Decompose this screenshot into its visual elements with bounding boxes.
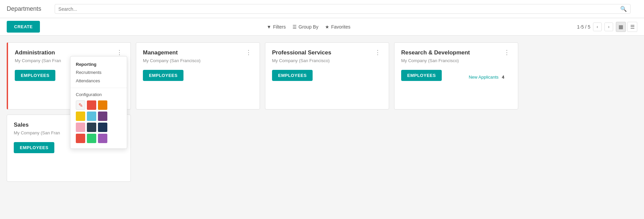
card-header: Administration ⋮ — [15, 49, 124, 56]
card-menu-button[interactable]: ⋮ — [502, 49, 511, 55]
color-green[interactable] — [87, 134, 96, 143]
color-bright-red[interactable] — [76, 134, 85, 143]
context-menu: Reporting Recruitments Attendances Confi… — [70, 56, 127, 149]
card-subtitle: My Company (San Francisco) — [401, 58, 511, 63]
employees-button[interactable]: EMPLOYEES — [14, 142, 54, 153]
color-yellow[interactable] — [76, 112, 85, 121]
pagination-area: 1-5 / 5 ‹ › ▦ ☰ — [577, 22, 637, 32]
filter-bar: ▼ Filters ☰ Group By ★ Favorites — [43, 24, 574, 30]
menu-recruitments[interactable]: Recruitments — [70, 68, 127, 77]
groupby-icon: ☰ — [292, 24, 297, 30]
color-violet[interactable] — [98, 134, 107, 143]
menu-reporting-title: Reporting — [70, 60, 127, 68]
color-grid: ✎ — [70, 98, 127, 145]
card-header: Professional Services ⋮ — [272, 49, 382, 56]
favorites-button[interactable]: ★ Favorites — [325, 24, 351, 30]
card-title: Professional Services — [272, 49, 331, 56]
dept-card-research-development: Research & Development ⋮ My Company (San… — [394, 42, 518, 110]
search-input[interactable] — [58, 6, 620, 12]
card-header: Management ⋮ — [143, 49, 253, 56]
card-subtitle: My Company (San Francisco) — [143, 58, 253, 63]
dept-card-management: Management ⋮ My Company (San Francisco) … — [136, 42, 260, 110]
top-bar: Departments 🔍 — [0, 0, 644, 18]
card-subtitle: My Company (San Francisco) — [272, 58, 382, 63]
card-menu-button[interactable]: ⋮ — [115, 49, 124, 55]
card-menu-button[interactable]: ⋮ — [373, 49, 382, 55]
employees-button[interactable]: EMPLOYEES — [401, 70, 442, 81]
card-menu-button[interactable]: ⋮ — [244, 49, 253, 55]
groupby-button[interactable]: ☰ Group By — [292, 24, 318, 30]
dept-card-administration: Administration ⋮ My Company (San Fran EM… — [7, 42, 131, 110]
color-dark-navy[interactable] — [87, 123, 96, 132]
color-lightblue[interactable] — [87, 112, 96, 121]
prev-page-button[interactable]: ‹ — [593, 23, 602, 31]
color-pink[interactable] — [76, 123, 85, 132]
card-title: Research & Development — [401, 49, 470, 56]
color-orange[interactable] — [98, 100, 107, 110]
new-applicants-count: 4 — [502, 75, 504, 80]
menu-attendances[interactable]: Attendances — [70, 77, 127, 85]
color-red[interactable] — [87, 100, 96, 110]
create-button[interactable]: CREATE — [7, 21, 40, 33]
color-navy[interactable] — [98, 123, 107, 132]
main-content: Administration ⋮ My Company (San Fran EM… — [0, 36, 644, 188]
page-title: Departments — [7, 5, 41, 12]
list-view-button[interactable]: ☰ — [627, 22, 637, 32]
action-bar: CREATE ▼ Filters ☰ Group By ★ Favorites … — [0, 18, 644, 36]
color-purple[interactable] — [98, 112, 107, 121]
view-buttons: ▦ ☰ — [616, 22, 637, 32]
card-title: Administration — [15, 49, 55, 56]
employees-button[interactable]: EMPLOYEES — [15, 70, 55, 81]
kanban-view-button[interactable]: ▦ — [616, 22, 626, 32]
search-bar: 🔍 — [55, 4, 631, 14]
pagination-text: 1-5 / 5 — [577, 24, 590, 30]
next-page-button[interactable]: › — [604, 23, 613, 31]
search-icon: 🔍 — [620, 6, 627, 12]
employees-button[interactable]: EMPLOYEES — [272, 70, 313, 81]
menu-divider — [70, 88, 127, 88]
new-applicants-link[interactable]: New Applicants — [469, 75, 498, 80]
dept-card-professional-services: Professional Services ⋮ My Company (San … — [265, 42, 389, 110]
star-icon: ★ — [325, 24, 329, 30]
card-title: Sales — [14, 122, 29, 128]
filters-button[interactable]: ▼ Filters — [267, 24, 286, 30]
employees-button[interactable]: EMPLOYEES — [143, 70, 183, 81]
menu-configuration-label: Configuration — [70, 91, 127, 98]
color-eraser[interactable]: ✎ — [76, 100, 85, 110]
new-applicants-row: New Applicants 4 — [469, 75, 504, 80]
filter-icon: ▼ — [267, 24, 271, 30]
card-header: Research & Development ⋮ — [401, 49, 511, 56]
card-title: Management — [143, 49, 178, 56]
